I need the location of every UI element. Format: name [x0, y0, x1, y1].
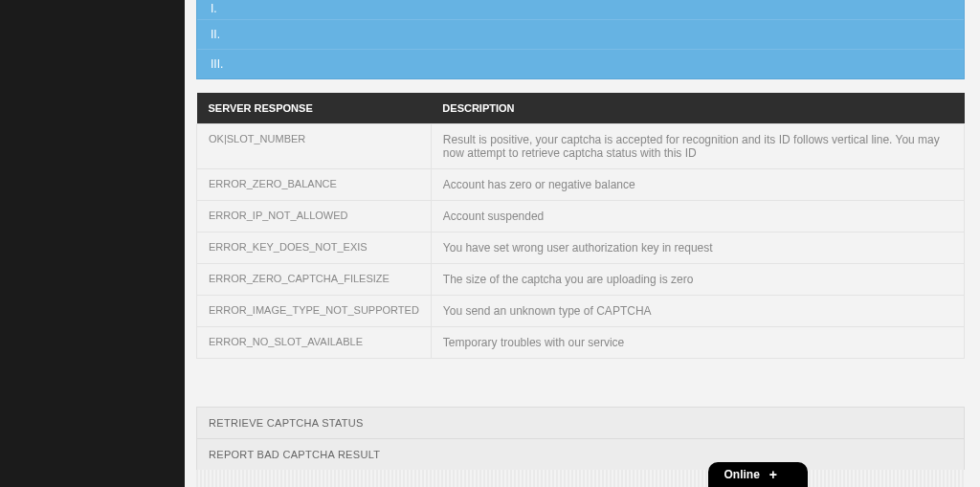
table-row: ERROR_ZERO_CAPTCHA_FILESIZE The size of … [197, 264, 965, 296]
response-desc: Result is positive, your captcha is acce… [431, 124, 964, 169]
response-code: ERROR_KEY_DOES_NOT_EXIS [197, 232, 432, 264]
response-code: ERROR_ZERO_CAPTCHA_FILESIZE [197, 264, 432, 296]
response-code: ERROR_NO_SLOT_AVAILABLE [197, 327, 432, 359]
main-content: I. II. III. SERVER RESPONSE DESCRIPTION … [185, 0, 980, 487]
table-row: ERROR_IMAGE_TYPE_NOT_SUPPORTED You send … [197, 296, 965, 327]
accordion-item-retrieve-status[interactable]: RETRIEVE CAPTCHA STATUS [196, 407, 965, 439]
response-desc: Account suspended [431, 201, 964, 232]
status-label: Online [724, 468, 759, 481]
sidebar [0, 0, 185, 487]
response-desc: The size of the captcha you are uploadin… [431, 264, 964, 296]
ordered-list-panel: I. II. III. [196, 0, 965, 79]
server-response-table: SERVER RESPONSE DESCRIPTION OK|SLOT_NUMB… [196, 93, 965, 359]
chat-status-pill[interactable]: Online + [708, 462, 808, 487]
list-item: II. [197, 19, 964, 49]
list-item: III. [197, 49, 964, 78]
response-desc: Account has zero or negative balance [431, 169, 964, 201]
table-row: ERROR_KEY_DOES_NOT_EXIS You have set wro… [197, 232, 965, 264]
response-code: ERROR_ZERO_BALANCE [197, 169, 432, 201]
response-code: ERROR_IP_NOT_ALLOWED [197, 201, 432, 232]
response-code: ERROR_IMAGE_TYPE_NOT_SUPPORTED [197, 296, 432, 327]
accordion-item-additional-futures[interactable]: ADDITIONAL FUTURES [196, 470, 965, 487]
list-item: I. [197, 0, 964, 19]
table-row: OK|SLOT_NUMBER Result is positive, your … [197, 124, 965, 169]
response-desc: You send an unknown type of CAPTCHA [431, 296, 964, 327]
table-row: ERROR_IP_NOT_ALLOWED Account suspended [197, 201, 965, 232]
col-header-description: DESCRIPTION [431, 93, 964, 124]
response-desc: You have set wrong user authorization ke… [431, 232, 964, 264]
accordion-item-report-bad[interactable]: REPORT BAD CAPTCHA RESULT [196, 438, 965, 471]
col-header-response: SERVER RESPONSE [197, 93, 432, 124]
table-row: ERROR_NO_SLOT_AVAILABLE Temporary troubl… [197, 327, 965, 359]
accordion: RETRIEVE CAPTCHA STATUS REPORT BAD CAPTC… [196, 407, 965, 487]
table-row: ERROR_ZERO_BALANCE Account has zero or n… [197, 169, 965, 201]
plus-icon: + [769, 468, 777, 481]
response-code: OK|SLOT_NUMBER [197, 124, 432, 169]
response-desc: Temporary troubles with our service [431, 327, 964, 359]
